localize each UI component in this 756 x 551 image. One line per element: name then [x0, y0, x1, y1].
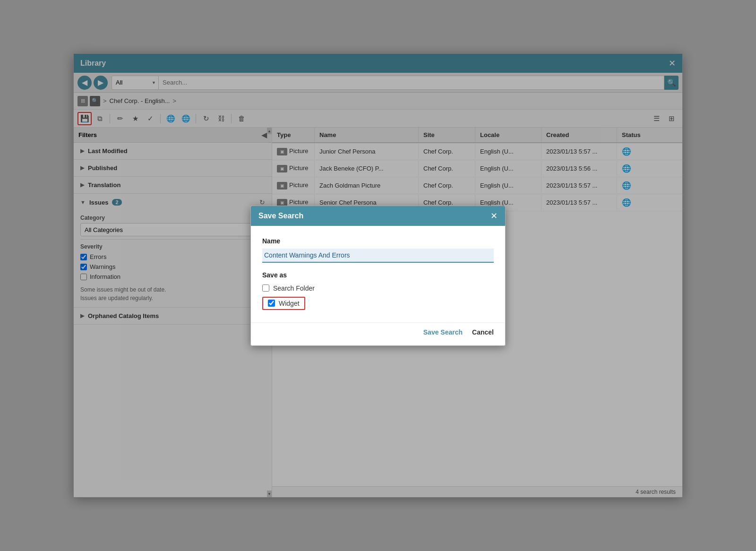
modal-title: Save Search — [258, 212, 303, 220]
save-search-button[interactable]: Save Search — [423, 328, 463, 336]
modal-overlay: Save Search ✕ Name Save as Search Folder… — [0, 0, 756, 551]
widget-row: Widget — [262, 297, 494, 310]
modal-body: Name Save as Search Folder Widget — [251, 226, 505, 322]
save-as-label: Save as — [262, 271, 494, 279]
name-input[interactable] — [262, 249, 494, 263]
search-folder-label: Search Folder — [273, 284, 315, 292]
widget-highlight: Widget — [262, 297, 305, 310]
widget-label: Widget — [279, 300, 300, 307]
search-folder-checkbox[interactable] — [262, 284, 269, 292]
modal-footer: Save Search Cancel — [251, 322, 505, 345]
name-field-label: Name — [262, 237, 494, 245]
search-folder-row: Search Folder — [262, 284, 494, 292]
cancel-button[interactable]: Cancel — [472, 328, 494, 336]
widget-checkbox[interactable] — [268, 300, 275, 307]
modal-close-button[interactable]: ✕ — [490, 211, 498, 221]
save-search-modal: Save Search ✕ Name Save as Search Folder… — [250, 206, 506, 346]
modal-title-bar: Save Search ✕ — [251, 206, 505, 226]
